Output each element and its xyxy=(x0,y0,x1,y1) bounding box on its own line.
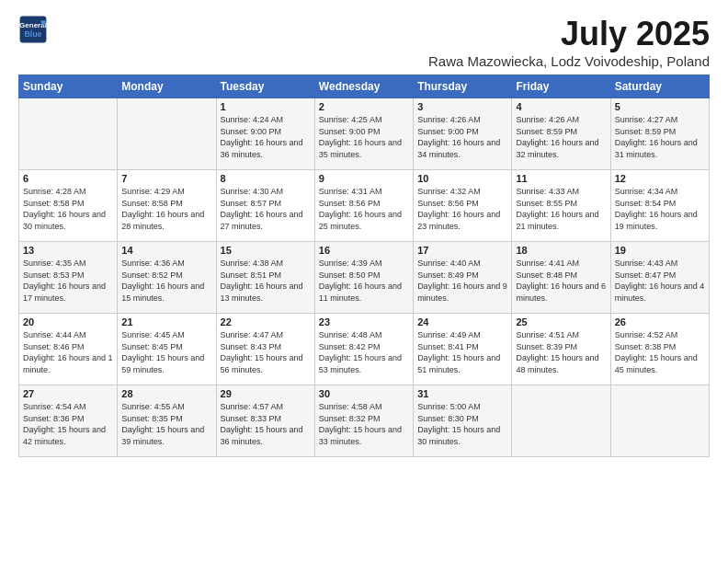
day-number: 23 xyxy=(319,316,409,327)
day-detail: Sunrise: 4:47 AM Sunset: 8:43 PM Dayligh… xyxy=(221,329,311,375)
logo: General Blue xyxy=(18,15,48,44)
day-detail: Sunrise: 4:49 AM Sunset: 8:41 PM Dayligh… xyxy=(417,329,507,375)
day-number: 11 xyxy=(516,173,606,184)
col-tuesday: Tuesday xyxy=(216,75,314,98)
day-number: 5 xyxy=(615,101,705,112)
day-number: 24 xyxy=(417,316,507,327)
table-row: 16Sunrise: 4:39 AM Sunset: 8:50 PM Dayli… xyxy=(314,242,413,314)
day-detail: Sunrise: 4:31 AM Sunset: 8:56 PM Dayligh… xyxy=(319,186,409,232)
table-row: 17Sunrise: 4:40 AM Sunset: 8:49 PM Dayli… xyxy=(414,242,512,314)
day-number: 21 xyxy=(121,316,211,327)
table-row: 2Sunrise: 4:25 AM Sunset: 9:00 PM Daylig… xyxy=(314,98,413,170)
table-row: 15Sunrise: 4:38 AM Sunset: 8:51 PM Dayli… xyxy=(216,242,314,314)
calendar-week-row: 13Sunrise: 4:35 AM Sunset: 8:53 PM Dayli… xyxy=(19,242,710,314)
day-number: 3 xyxy=(417,101,507,112)
day-number: 12 xyxy=(615,173,705,184)
table-row xyxy=(512,385,610,457)
day-detail: Sunrise: 4:51 AM Sunset: 8:39 PM Dayligh… xyxy=(516,329,606,375)
day-number: 1 xyxy=(221,101,311,112)
day-detail: Sunrise: 4:44 AM Sunset: 8:46 PM Dayligh… xyxy=(23,329,113,375)
table-row: 18Sunrise: 4:41 AM Sunset: 8:48 PM Dayli… xyxy=(512,242,610,314)
table-row: 1Sunrise: 4:24 AM Sunset: 9:00 PM Daylig… xyxy=(216,98,314,170)
day-number: 13 xyxy=(23,245,113,256)
table-row: 21Sunrise: 4:45 AM Sunset: 8:45 PM Dayli… xyxy=(118,314,216,385)
day-number: 22 xyxy=(221,316,311,327)
table-row: 9Sunrise: 4:31 AM Sunset: 8:56 PM Daylig… xyxy=(314,170,413,242)
table-row xyxy=(19,98,118,170)
page-title: July 2025 xyxy=(428,15,710,53)
day-number: 4 xyxy=(516,101,606,112)
day-detail: Sunrise: 4:26 AM Sunset: 8:59 PM Dayligh… xyxy=(516,114,606,160)
day-number: 7 xyxy=(121,173,211,184)
header-row: Sunday Monday Tuesday Wednesday Thursday… xyxy=(19,75,710,98)
day-detail: Sunrise: 4:29 AM Sunset: 8:58 PM Dayligh… xyxy=(121,186,211,232)
calendar-table: Sunday Monday Tuesday Wednesday Thursday… xyxy=(18,75,710,457)
day-number: 10 xyxy=(417,173,507,184)
table-row: 5Sunrise: 4:27 AM Sunset: 8:59 PM Daylig… xyxy=(610,98,709,170)
day-number: 27 xyxy=(23,388,113,399)
day-detail: Sunrise: 4:57 AM Sunset: 8:33 PM Dayligh… xyxy=(221,401,311,447)
day-detail: Sunrise: 4:39 AM Sunset: 8:50 PM Dayligh… xyxy=(319,258,409,304)
day-number: 14 xyxy=(121,245,211,256)
day-detail: Sunrise: 4:38 AM Sunset: 8:51 PM Dayligh… xyxy=(221,258,311,304)
day-detail: Sunrise: 4:45 AM Sunset: 8:45 PM Dayligh… xyxy=(121,329,211,375)
logo-icon: General Blue xyxy=(18,15,48,44)
table-row: 13Sunrise: 4:35 AM Sunset: 8:53 PM Dayli… xyxy=(19,242,118,314)
table-row: 22Sunrise: 4:47 AM Sunset: 8:43 PM Dayli… xyxy=(216,314,314,385)
day-detail: Sunrise: 4:28 AM Sunset: 8:58 PM Dayligh… xyxy=(23,186,113,232)
calendar-week-row: 20Sunrise: 4:44 AM Sunset: 8:46 PM Dayli… xyxy=(19,314,710,385)
table-row: 30Sunrise: 4:58 AM Sunset: 8:32 PM Dayli… xyxy=(314,385,413,457)
table-row: 8Sunrise: 4:30 AM Sunset: 8:57 PM Daylig… xyxy=(216,170,314,242)
calendar-week-row: 6Sunrise: 4:28 AM Sunset: 8:58 PM Daylig… xyxy=(19,170,710,242)
table-row: 14Sunrise: 4:36 AM Sunset: 8:52 PM Dayli… xyxy=(118,242,216,314)
day-number: 17 xyxy=(417,245,507,256)
svg-text:Blue: Blue xyxy=(24,29,41,39)
day-detail: Sunrise: 4:40 AM Sunset: 8:49 PM Dayligh… xyxy=(417,258,507,304)
col-thursday: Thursday xyxy=(414,75,512,98)
day-number: 29 xyxy=(221,388,311,399)
day-number: 20 xyxy=(23,316,113,327)
day-detail: Sunrise: 4:55 AM Sunset: 8:35 PM Dayligh… xyxy=(121,401,211,447)
table-row: 27Sunrise: 4:54 AM Sunset: 8:36 PM Dayli… xyxy=(19,385,118,457)
calendar-page: General Blue July 2025 Rawa Mazowiecka, … xyxy=(0,0,728,563)
col-monday: Monday xyxy=(118,75,216,98)
col-sunday: Sunday xyxy=(19,75,118,98)
day-detail: Sunrise: 4:33 AM Sunset: 8:55 PM Dayligh… xyxy=(516,186,606,232)
day-detail: Sunrise: 4:54 AM Sunset: 8:36 PM Dayligh… xyxy=(23,401,113,447)
table-row xyxy=(118,98,216,170)
table-row: 11Sunrise: 4:33 AM Sunset: 8:55 PM Dayli… xyxy=(512,170,610,242)
day-number: 9 xyxy=(319,173,409,184)
calendar-week-row: 1Sunrise: 4:24 AM Sunset: 9:00 PM Daylig… xyxy=(19,98,710,170)
col-friday: Friday xyxy=(512,75,610,98)
day-number: 19 xyxy=(615,245,705,256)
table-row: 19Sunrise: 4:43 AM Sunset: 8:47 PM Dayli… xyxy=(610,242,709,314)
day-detail: Sunrise: 4:36 AM Sunset: 8:52 PM Dayligh… xyxy=(121,258,211,304)
day-number: 15 xyxy=(221,245,311,256)
table-row: 4Sunrise: 4:26 AM Sunset: 8:59 PM Daylig… xyxy=(512,98,610,170)
day-detail: Sunrise: 4:41 AM Sunset: 8:48 PM Dayligh… xyxy=(516,258,606,304)
day-detail: Sunrise: 4:43 AM Sunset: 8:47 PM Dayligh… xyxy=(615,258,705,304)
day-detail: Sunrise: 4:34 AM Sunset: 8:54 PM Dayligh… xyxy=(615,186,705,232)
day-number: 2 xyxy=(319,101,409,112)
day-number: 6 xyxy=(23,173,113,184)
day-detail: Sunrise: 5:00 AM Sunset: 8:30 PM Dayligh… xyxy=(417,401,507,447)
table-row: 6Sunrise: 4:28 AM Sunset: 8:58 PM Daylig… xyxy=(19,170,118,242)
table-row: 20Sunrise: 4:44 AM Sunset: 8:46 PM Dayli… xyxy=(19,314,118,385)
page-header: General Blue July 2025 Rawa Mazowiecka, … xyxy=(18,15,710,69)
table-row: 26Sunrise: 4:52 AM Sunset: 8:38 PM Dayli… xyxy=(610,314,709,385)
day-number: 30 xyxy=(319,388,409,399)
table-row: 7Sunrise: 4:29 AM Sunset: 8:58 PM Daylig… xyxy=(118,170,216,242)
day-detail: Sunrise: 4:52 AM Sunset: 8:38 PM Dayligh… xyxy=(615,329,705,375)
day-number: 28 xyxy=(121,388,211,399)
col-wednesday: Wednesday xyxy=(314,75,413,98)
day-number: 16 xyxy=(319,245,409,256)
day-detail: Sunrise: 4:26 AM Sunset: 9:00 PM Dayligh… xyxy=(417,114,507,160)
day-number: 8 xyxy=(221,173,311,184)
page-subtitle: Rawa Mazowiecka, Lodz Voivodeship, Polan… xyxy=(428,53,710,69)
title-block: July 2025 Rawa Mazowiecka, Lodz Voivodes… xyxy=(428,15,710,69)
calendar-week-row: 27Sunrise: 4:54 AM Sunset: 8:36 PM Dayli… xyxy=(19,385,710,457)
day-detail: Sunrise: 4:32 AM Sunset: 8:56 PM Dayligh… xyxy=(417,186,507,232)
table-row: 24Sunrise: 4:49 AM Sunset: 8:41 PM Dayli… xyxy=(414,314,512,385)
table-row: 12Sunrise: 4:34 AM Sunset: 8:54 PM Dayli… xyxy=(610,170,709,242)
day-detail: Sunrise: 4:30 AM Sunset: 8:57 PM Dayligh… xyxy=(221,186,311,232)
